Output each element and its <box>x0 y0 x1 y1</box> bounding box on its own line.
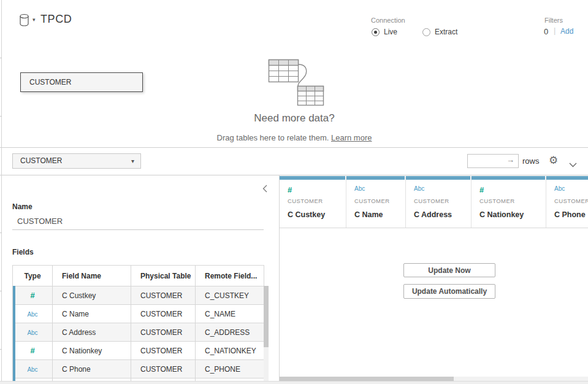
fields-row-c-address[interactable]: AbcC AddressCUSTOMERC_ADDRESS <box>13 323 264 342</box>
data-grid-header-row: #CUSTOMERC CustkeyAbcCUSTOMERC NameAbcCU… <box>280 176 588 228</box>
fields-header-physical-table[interactable]: Physical Table <box>131 266 196 286</box>
physical-table-cell[interactable]: CUSTOMER <box>131 342 196 360</box>
fields-row-c-phone[interactable]: AbcC PhoneCUSTOMERC_PHONE <box>13 360 264 378</box>
empty-state-title: Need more data? <box>141 112 448 125</box>
field-type-icon[interactable]: Abc <box>13 360 53 378</box>
grid-column-field-name: C Phone <box>554 210 586 219</box>
left-edge-strip <box>0 0 2 384</box>
rows-label: rows <box>522 156 539 166</box>
empty-state-subtitle: Drag tables here to relate them. Learn m… <box>110 133 478 142</box>
field-name-cell[interactable]: C Name <box>53 305 131 323</box>
field-name-cell[interactable]: C Address <box>53 323 131 342</box>
field-name-cell[interactable]: C Phone <box>53 360 131 378</box>
filters-label: Filters <box>544 17 563 24</box>
grid-column-c-name[interactable]: AbcCUSTOMERC Name <box>346 176 406 228</box>
remote-field-cell[interactable]: C_CUSTKEY <box>196 286 264 305</box>
fields-row-c-custkey[interactable]: #C CustkeyCUSTOMERC_CUSTKEY <box>13 286 264 305</box>
grid-column-accent-bar <box>280 176 345 180</box>
grid-column-type-icon: # <box>288 185 292 194</box>
name-underline <box>12 229 264 230</box>
radio-extract-label: Extract <box>435 28 457 36</box>
radio-live-icon[interactable] <box>372 28 380 36</box>
table-select-value: CUSTOMER <box>20 156 62 165</box>
grid-column-table-name: CUSTOMER <box>479 198 514 204</box>
grid-column-table-name: CUSTOMER <box>554 198 588 204</box>
database-menu-caret-icon[interactable]: ▾ <box>32 17 36 23</box>
grid-column-accent-bar <box>546 176 588 180</box>
field-type-icon[interactable]: Abc <box>13 323 53 342</box>
toolbar-panel-divider <box>0 175 588 175</box>
filters-separator: | <box>554 26 556 35</box>
grid-column-table-name: CUSTOMER <box>288 198 323 204</box>
grid-column-c-nationkey[interactable]: #CUSTOMERC Nationkey <box>472 176 546 228</box>
physical-table-cell[interactable]: CUSTOMER <box>131 360 196 378</box>
remote-field-cell[interactable]: C_ADDRESS <box>196 323 264 342</box>
learn-more-link[interactable]: Learn more <box>331 133 372 142</box>
dropdown-caret-icon: ▾ <box>131 154 134 168</box>
fields-table: Type Field Name Physical Table Remote Fi… <box>12 265 264 384</box>
grid-column-type-icon: Abc <box>354 185 365 192</box>
relate-tables-illustration-icon <box>268 59 324 109</box>
field-type-icon[interactable]: Abc <box>13 305 53 323</box>
bottom-scroll-strip <box>0 381 588 384</box>
empty-state-subtitle-text: Drag tables here to relate them. <box>217 133 329 142</box>
fields-table-wrap: Type Field Name Physical Table Remote Fi… <box>12 265 265 384</box>
grid-column-field-name: C Custkey <box>288 210 325 219</box>
field-type-icon[interactable]: # <box>13 342 53 360</box>
update-now-button[interactable]: Update Now <box>403 263 495 277</box>
grid-hscrollbar-thumb[interactable] <box>280 377 454 381</box>
remote-field-cell[interactable]: C_NAME <box>196 305 264 323</box>
physical-table-cell[interactable]: CUSTOMER <box>131 323 196 342</box>
fields-label: Fields <box>12 248 34 256</box>
remote-field-cell[interactable]: C_PHONE <box>196 360 264 378</box>
grid-column-accent-bar <box>346 176 405 180</box>
name-value[interactable]: CUSTOMER <box>17 217 63 226</box>
grid-column-field-name: C Nationkey <box>479 210 524 219</box>
field-name-cell[interactable]: C Custkey <box>53 286 131 305</box>
grid-column-c-address[interactable]: AbcCUSTOMERC Address <box>406 176 472 228</box>
canvas-toolbar-divider <box>0 147 588 148</box>
physical-table-cell[interactable]: CUSTOMER <box>131 305 196 323</box>
grid-column-table-name: CUSTOMER <box>354 198 389 204</box>
settings-gear-icon[interactable]: ⚙ <box>549 154 558 167</box>
collapse-left-panel-icon[interactable] <box>262 184 267 195</box>
physical-table-cell[interactable]: CUSTOMER <box>131 286 196 305</box>
remote-field-cell[interactable]: C_NATIONKEY <box>196 342 264 360</box>
database-icon[interactable] <box>18 13 31 29</box>
filters-add-link[interactable]: Add <box>560 27 573 36</box>
grid-column-table-name: CUSTOMER <box>414 198 449 204</box>
datasource-title[interactable]: TPCD <box>40 13 72 26</box>
grid-column-type-icon: Abc <box>554 185 565 192</box>
grid-column-type-icon: Abc <box>414 185 424 192</box>
radio-extract[interactable]: Extract <box>422 28 457 36</box>
grid-column-c-phone[interactable]: AbcCUSTOMERC Phone <box>546 176 588 228</box>
fields-header-type[interactable]: Type <box>13 266 53 286</box>
rows-count-input[interactable] <box>467 154 519 168</box>
filters-count: 0 <box>544 27 548 36</box>
grid-column-accent-bar <box>472 176 545 180</box>
grid-column-field-name: C Address <box>414 210 452 219</box>
radio-extract-icon[interactable] <box>422 28 430 36</box>
name-label: Name <box>12 202 32 211</box>
table-select-dropdown[interactable]: CUSTOMER ▾ <box>12 153 141 169</box>
grid-column-field-name: C Name <box>354 210 383 219</box>
grid-column-type-icon: # <box>479 185 484 194</box>
radio-live-label: Live <box>384 28 397 36</box>
fields-row-c-name[interactable]: AbcC NameCUSTOMERC_NAME <box>13 305 264 323</box>
tableau-datasource-page: ▾ TPCD Connection Live Extract Filters 0… <box>0 0 588 384</box>
radio-live[interactable]: Live <box>372 28 397 36</box>
canvas-table-customer[interactable]: CUSTOMER <box>20 72 143 92</box>
field-name-cell[interactable]: C Nationkey <box>53 342 131 360</box>
field-type-icon[interactable]: # <box>13 286 53 305</box>
grid-column-accent-bar <box>406 176 470 180</box>
fields-header-field-name[interactable]: Field Name <box>53 266 131 286</box>
fields-scrollbar-thumb[interactable] <box>264 286 269 347</box>
fields-row-c-nationkey[interactable]: #C NationkeyCUSTOMERC_NATIONKEY <box>13 342 264 360</box>
update-automatically-button[interactable]: Update Automatically <box>403 284 495 299</box>
grid-column-c-custkey[interactable]: #CUSTOMERC Custkey <box>280 176 346 228</box>
connection-label: Connection <box>371 17 405 24</box>
fields-header-row: Type Field Name Physical Table Remote Fi… <box>13 266 264 286</box>
collapse-pane-chevron-icon[interactable] <box>569 159 577 170</box>
fields-header-remote-field[interactable]: Remote Field... <box>196 266 264 286</box>
fields-selection-bar <box>13 286 15 384</box>
